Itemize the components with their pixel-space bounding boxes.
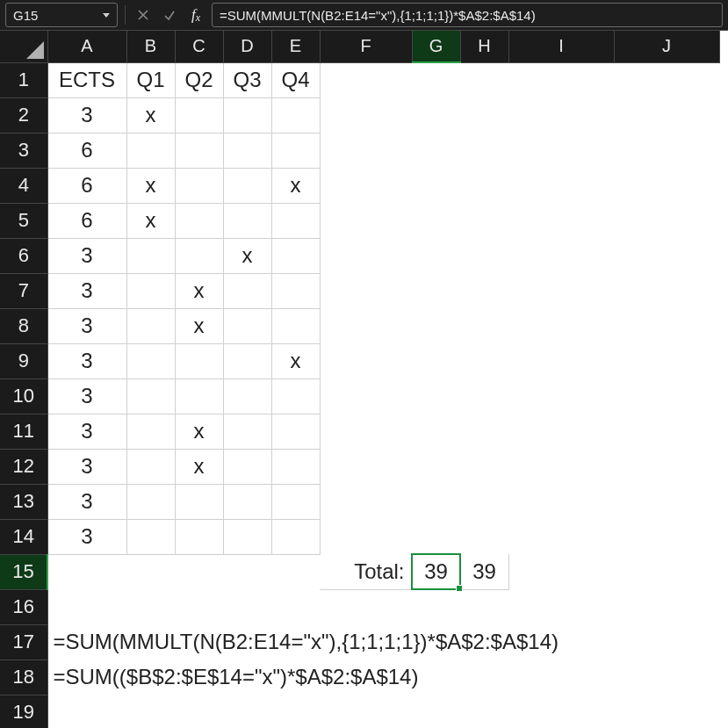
cell-J15[interactable] [614,554,719,589]
cell-B13[interactable] [126,484,175,519]
cell-B11[interactable] [126,414,175,449]
cell-H7[interactable] [460,273,508,308]
cell-E16[interactable] [271,589,320,624]
cell-F9[interactable] [320,343,412,378]
cell-H2[interactable] [460,97,508,133]
cell-G4[interactable] [412,168,460,203]
cell-A10[interactable]: 3 [47,378,126,414]
cell-G14[interactable] [412,519,460,554]
row-header-5[interactable]: 5 [0,203,47,238]
cell-H18[interactable] [460,660,508,695]
cell-C11[interactable]: x [175,414,223,449]
row-header-1[interactable]: 1 [0,62,47,97]
cell-F4[interactable] [320,168,412,203]
cell-E19[interactable] [271,695,320,728]
cell-H13[interactable] [460,484,508,519]
cell-A3[interactable]: 6 [47,133,126,168]
cell-G9[interactable] [412,343,460,378]
cell-I18[interactable] [508,660,614,695]
cell-B4[interactable]: x [126,168,175,203]
column-header-H[interactable]: H [460,31,508,62]
cell-B9[interactable] [126,343,175,378]
cell-C10[interactable] [175,378,223,414]
row-header-12[interactable]: 12 [0,449,47,484]
cell-G10[interactable] [412,378,460,414]
cell-J8[interactable] [614,308,719,343]
cell-F3[interactable] [320,133,412,168]
cell-B14[interactable] [126,519,175,554]
cell-J4[interactable] [614,168,719,203]
cell-I14[interactable] [508,519,614,554]
row-header-14[interactable]: 14 [0,519,47,554]
cell-J18[interactable] [614,660,719,695]
cell-C4[interactable] [175,168,223,203]
cell-G5[interactable] [412,203,460,238]
cell-J2[interactable] [614,97,719,133]
cell-E4[interactable]: x [271,168,320,203]
cell-I2[interactable] [508,97,614,133]
cell-A4[interactable]: 6 [47,168,126,203]
cell-D7[interactable] [223,273,271,308]
cell-C8[interactable]: x [175,308,223,343]
cell-B10[interactable] [126,378,175,414]
cell-A17[interactable]: =SUM(MMULT(N(B2:E14="x"),{1;1;1;1})*$A$2… [47,624,126,660]
cell-F8[interactable] [320,308,412,343]
cell-G6[interactable] [412,238,460,273]
cell-F14[interactable] [320,519,412,554]
cell-J19[interactable] [614,695,719,728]
cell-G18[interactable] [412,660,460,695]
cell-A11[interactable]: 3 [47,414,126,449]
row-header-11[interactable]: 11 [0,414,47,449]
cell-E13[interactable] [271,484,320,519]
cell-I15[interactable] [508,554,614,589]
cell-I3[interactable] [508,133,614,168]
cell-J13[interactable] [614,484,719,519]
cell-B3[interactable] [126,133,175,168]
enter-icon[interactable] [159,4,180,25]
cell-G1[interactable] [412,62,460,97]
cell-A5[interactable]: 6 [47,203,126,238]
cell-E7[interactable] [271,273,320,308]
cancel-icon[interactable] [133,4,154,25]
cell-I7[interactable] [508,273,614,308]
cell-D9[interactable] [223,343,271,378]
cell-H1[interactable] [460,62,508,97]
cell-D10[interactable] [223,378,271,414]
cell-A9[interactable]: 3 [47,343,126,378]
cell-J9[interactable] [614,343,719,378]
cell-I11[interactable] [508,414,614,449]
cell-B8[interactable] [126,308,175,343]
cell-G11[interactable] [412,414,460,449]
cell-I10[interactable] [508,378,614,414]
cell-G3[interactable] [412,133,460,168]
cell-D14[interactable] [223,519,271,554]
cell-A14[interactable]: 3 [47,519,126,554]
cell-B2[interactable]: x [126,97,175,133]
name-box[interactable]: G15 [5,3,118,27]
cell-C9[interactable] [175,343,223,378]
cell-H9[interactable] [460,343,508,378]
cell-B5[interactable]: x [126,203,175,238]
row-header-13[interactable]: 13 [0,484,47,519]
row-header-7[interactable]: 7 [0,273,47,308]
cell-E10[interactable] [271,378,320,414]
cell-C13[interactable] [175,484,223,519]
cell-C16[interactable] [175,589,223,624]
cell-F2[interactable] [320,97,412,133]
column-header-F[interactable]: F [320,31,412,62]
cell-I1[interactable] [508,62,614,97]
cell-F16[interactable] [320,589,412,624]
row-header-4[interactable]: 4 [0,168,47,203]
cell-J1[interactable] [614,62,719,97]
cell-J12[interactable] [614,449,719,484]
cell-C15[interactable] [175,554,223,589]
cell-I6[interactable] [508,238,614,273]
cell-H4[interactable] [460,168,508,203]
cell-A15[interactable] [47,554,126,589]
cell-B16[interactable] [126,589,175,624]
cell-E8[interactable] [271,308,320,343]
cell-D2[interactable] [223,97,271,133]
cell-I12[interactable] [508,449,614,484]
cell-B6[interactable] [126,238,175,273]
cell-H14[interactable] [460,519,508,554]
